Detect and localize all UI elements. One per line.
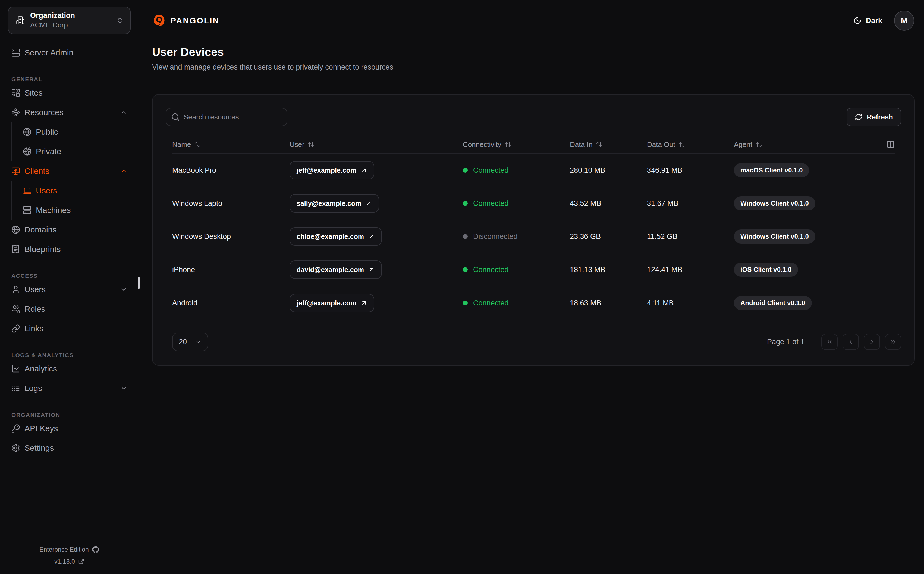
agent-badge: Windows Client v0.1.0 [734,196,815,210]
data-out-value: 124.41 MB [647,265,734,274]
table-header-row: Name User Connectivity Data In [172,136,895,154]
column-header-data-out[interactable]: Data Out [647,140,734,149]
sidebar-item[interactable]: Sites [0,83,139,102]
sidebar-item[interactable]: Machines [0,200,139,220]
github-icon [92,546,99,553]
sort-icon [194,141,201,148]
sidebar-section: GENERAL Sites Resources [0,76,139,259]
status-dot [463,201,468,206]
chevron-icon [120,285,128,293]
sidebar-section: ORGANIZATION API Keys Se [0,411,139,458]
user-link[interactable]: jeff@example.com [290,294,374,312]
column-visibility-button[interactable] [881,140,895,148]
sidebar-item[interactable]: Blueprints [0,240,139,259]
sidebar-item[interactable]: Private [0,142,139,161]
sidebar-resize-handle[interactable] [138,277,140,289]
sidebar-item-icon [23,186,32,195]
data-in-value: 181.13 MB [570,265,647,274]
brand-name: PANGOLIN [170,16,219,25]
status-dot [463,234,468,239]
arrow-up-right-icon [368,266,375,273]
brand: PANGOLIN [152,14,219,27]
chevron-left-icon [847,338,854,345]
table-body: MacBook Pro jeff@example.com Connected [172,154,895,320]
user-link[interactable]: sally@example.com [290,194,379,213]
sidebar-section: ACCESS Users Roles [0,272,139,338]
sidebar-item[interactable]: Links [0,319,139,338]
data-in-value: 43.52 MB [570,199,647,208]
connectivity-status: Connected [463,199,570,208]
sidebar-item-icon [23,128,32,136]
theme-toggle[interactable]: Dark [853,17,882,25]
org-switcher[interactable]: Organization ACME Corp. [8,6,131,34]
sidebar-item-server-admin[interactable]: Server Admin [0,43,139,63]
org-switcher-value: ACME Corp. [30,21,116,29]
arrow-up-right-icon [361,167,367,173]
sidebar-item[interactable]: Roles [0,299,139,319]
column-header-user[interactable]: User [290,140,463,149]
sidebar-nav: GENERAL Sites Resources [0,76,139,458]
sidebar-item-icon [11,167,20,175]
avatar[interactable]: M [894,11,914,31]
arrow-up-right-icon [366,200,372,207]
chevrons-right-icon [889,338,897,345]
chevrons-up-down-icon [116,17,124,24]
sidebar-section-label: LOGS & ANALYTICS [0,352,139,359]
sidebar-item[interactable]: Users [0,280,139,299]
chevrons-left-icon [826,338,833,345]
last-page-button[interactable] [885,334,901,350]
column-header-agent[interactable]: Agent [734,140,881,149]
data-out-value: 11.52 GB [647,232,734,241]
table-row: iPhone david@example.com Connected [172,253,895,287]
theme-toggle-label: Dark [866,17,882,25]
sidebar-item[interactable]: API Keys [0,419,139,438]
pagination: 20 Page 1 of 1 [166,333,901,351]
sidebar-section-label: ACCESS [0,272,139,280]
sort-icon [755,141,762,148]
page-info: Page 1 of 1 [767,338,804,346]
first-page-button[interactable] [822,334,837,350]
agent-badge: Windows Client v0.1.0 [734,229,815,244]
sidebar-footer: Enterprise Edition v1.13.0 [0,544,139,568]
data-in-value: 23.36 GB [570,232,647,241]
search-input[interactable] [166,108,287,126]
refresh-button[interactable]: Refresh [847,108,901,126]
sidebar-item[interactable]: Resources [0,102,139,122]
column-header-connectivity[interactable]: Connectivity [463,140,570,149]
version-link[interactable]: v1.13.0 [0,555,139,568]
agent-badge: macOS Client v0.1.0 [734,163,809,177]
sidebar-item-icon [23,147,32,156]
sidebar-item[interactable]: Users [0,181,139,200]
chevron-icon [120,167,128,175]
column-header-name[interactable]: Name [172,140,290,149]
sidebar-item-icon [11,324,20,333]
page-title: User Devices [152,46,924,58]
sidebar-item[interactable]: Analytics [0,359,139,378]
sidebar-item[interactable]: Public [0,122,139,142]
moon-icon [853,17,861,25]
sidebar-item[interactable]: Domains [0,220,139,240]
device-name: Android [172,299,290,308]
edition-link[interactable]: Enterprise Edition [0,544,139,555]
sidebar-item[interactable]: Settings [0,438,139,458]
sidebar-item[interactable]: Logs [0,378,139,398]
user-link[interactable]: david@example.com [290,260,382,279]
avatar-initial: M [901,16,908,25]
user-link[interactable]: jeff@example.com [290,161,374,180]
chevron-right-icon [868,338,875,345]
topbar: PANGOLIN Dark M [139,0,924,41]
sidebar-item[interactable]: Clients [0,161,139,181]
device-name: Windows Lapto [172,199,290,208]
external-link-icon [78,558,84,565]
columns-icon [886,140,895,148]
next-page-button[interactable] [864,334,880,350]
page-size-select[interactable]: 20 [172,333,208,351]
column-header-data-in[interactable]: Data In [570,140,647,149]
user-link[interactable]: chloe@example.com [290,227,382,246]
arrow-up-right-icon [368,233,375,240]
chevron-icon [120,385,128,392]
chevron-down-icon [195,339,202,345]
sidebar-section: LOGS & ANALYTICS Analytics [0,352,139,398]
connectivity-status: Connected [463,265,570,274]
prev-page-button[interactable] [842,334,859,350]
